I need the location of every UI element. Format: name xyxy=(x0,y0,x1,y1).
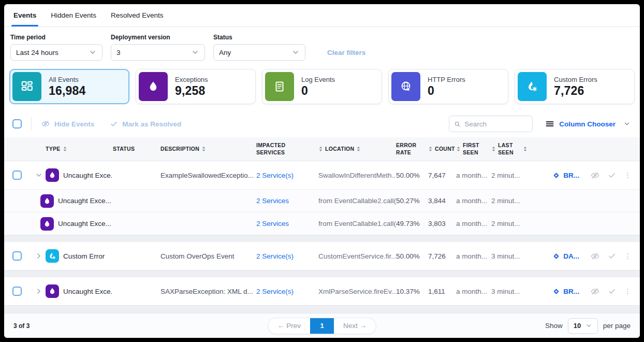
header-first-seen[interactable]: FIRST SEEN xyxy=(456,142,491,155)
sort-icon[interactable] xyxy=(491,146,496,152)
header-status[interactable]: STATUS xyxy=(113,146,160,152)
row-checkbox[interactable] xyxy=(12,251,22,261)
filter-bar: Time period Last 24 hours Deployment ver… xyxy=(4,27,640,68)
header-type[interactable]: TYPE xyxy=(46,146,113,152)
hamburger-icon xyxy=(545,119,554,129)
row-menu-button[interactable] xyxy=(624,172,632,179)
page-size-control: Show 10 per page xyxy=(545,318,631,334)
impacted-services-link[interactable]: 2 Services xyxy=(256,220,318,227)
chevron-right-icon xyxy=(35,287,43,295)
impacted-services-link[interactable]: 2 Service(s) xyxy=(256,288,318,295)
sort-icon[interactable] xyxy=(318,146,323,152)
table-subrow[interactable]: Uncaught Exce... 2 Services from EventCa… xyxy=(4,189,640,212)
mark-as-resolved-label: Mark as Resolved xyxy=(122,120,181,128)
header-impacted-services[interactable]: IMPACTED SERVICES xyxy=(256,142,297,155)
tab-resolved-events[interactable]: Resolved Events xyxy=(111,4,163,26)
prev-page-button[interactable]: ← Prev xyxy=(268,318,310,334)
card-label: Custom Errors xyxy=(554,76,597,83)
search-input[interactable] xyxy=(464,120,528,128)
card-all-events[interactable]: All Events 16,984 xyxy=(9,69,129,104)
impacted-services-link[interactable]: 2 Services xyxy=(256,197,318,205)
description-cell: SAXParseException: XML d... xyxy=(160,288,256,295)
table-row[interactable]: Custom Error Custom OverOps Event 2 Serv… xyxy=(4,242,640,270)
count-cell: 3,844 xyxy=(428,197,456,205)
column-chooser-button[interactable]: Column Chooser xyxy=(545,119,631,129)
deployment-version-select[interactable]: 3 xyxy=(111,44,205,61)
type-cell: Uncaught Exce... xyxy=(12,217,113,231)
header-location[interactable]: LOCATION xyxy=(318,146,396,152)
table-row[interactable]: Uncaught Exce... ExampleSwallowedExcepti… xyxy=(4,161,640,189)
table-subrow[interactable]: Uncaught Exce... 2 Services from EventCa… xyxy=(4,212,640,235)
card-value: 0 xyxy=(428,84,465,98)
status-select[interactable]: Any xyxy=(213,44,305,61)
header-description[interactable]: DESCRIPTION xyxy=(160,146,256,152)
event-group: Uncaught Exce... SAXParseException: XML … xyxy=(4,277,640,306)
row-menu-button[interactable] xyxy=(624,288,632,295)
expand-row-button[interactable] xyxy=(32,287,46,295)
pagination: ← Prev 1 Next → xyxy=(268,318,376,334)
card-label: All Events xyxy=(49,76,86,83)
sort-icon[interactable] xyxy=(63,146,67,152)
jira-ticket-link[interactable]: BR... xyxy=(552,171,579,180)
mark-as-resolved-button[interactable]: Mark as Resolved xyxy=(110,120,181,128)
chevron-down-icon xyxy=(35,171,43,179)
card-label: Exceptions xyxy=(175,76,208,83)
first-seen-cell: a month... xyxy=(456,197,491,205)
chevron-down-icon xyxy=(191,48,199,56)
table-row[interactable]: Uncaught Exce... SAXParseException: XML … xyxy=(4,277,640,305)
card-log-events[interactable]: Log Events 0 xyxy=(262,69,382,104)
page-size-select[interactable]: 10 xyxy=(568,318,598,334)
resolve-event-button[interactable] xyxy=(608,252,616,260)
sort-icon[interactable] xyxy=(428,146,433,152)
header-label: LOCATION xyxy=(325,146,354,152)
impacted-services-link[interactable]: 2 Service(s) xyxy=(256,172,318,179)
sort-icon[interactable] xyxy=(523,146,528,152)
jira-ticket-link[interactable]: BR... xyxy=(552,287,579,296)
deployment-version-label: Deployment version xyxy=(111,34,205,41)
type-label: Uncaught Exce... xyxy=(58,220,111,227)
header-count[interactable]: COUNT xyxy=(428,146,456,152)
location-cell: CustomEventService.fir... xyxy=(318,252,396,260)
header-last-seen[interactable]: LAST SEEN xyxy=(491,142,528,155)
impacted-services-link[interactable]: 2 Service(s) xyxy=(256,252,318,260)
time-period-label: Time period xyxy=(10,34,103,41)
hide-events-button[interactable]: Hide Events xyxy=(41,119,94,129)
resolve-event-button[interactable] xyxy=(608,287,616,295)
tab-events[interactable]: Events xyxy=(13,4,36,26)
select-all-checkbox[interactable] xyxy=(12,119,22,129)
type-label: Custom Error xyxy=(63,252,105,260)
error-rate-cell: 50.27% xyxy=(396,197,428,205)
sort-icon[interactable] xyxy=(201,146,206,152)
card-http-errors[interactable]: HTTP Errors 0 xyxy=(388,69,508,104)
hide-event-button[interactable] xyxy=(590,251,600,261)
clear-filters-button[interactable]: Clear filters xyxy=(327,49,365,56)
tab-hidden-events[interactable]: Hidden Events xyxy=(51,4,96,26)
jira-ticket-link[interactable]: DA... xyxy=(552,252,579,261)
column-chooser-label: Column Chooser xyxy=(559,120,616,128)
resolve-event-button[interactable] xyxy=(608,171,616,179)
hide-event-button[interactable] xyxy=(590,287,600,296)
sort-icon[interactable] xyxy=(356,146,361,152)
expand-row-button[interactable] xyxy=(32,252,46,260)
location-cell: XmlParseService.fireEv... xyxy=(318,288,396,295)
check-icon xyxy=(608,287,616,295)
row-menu-button[interactable] xyxy=(624,252,632,260)
card-exceptions[interactable]: Exceptions 9,258 xyxy=(136,69,256,104)
app-window: Events Hidden Events Resolved Events Tim… xyxy=(4,4,640,338)
row-checkbox[interactable] xyxy=(12,287,22,296)
next-page-button[interactable]: Next → xyxy=(334,318,376,334)
ticket-label: BR... xyxy=(563,172,579,179)
event-group: Uncaught Exce... ExampleSwallowedExcepti… xyxy=(4,161,640,235)
row-checkbox[interactable] xyxy=(12,170,22,180)
card-custom-errors[interactable]: Custom Errors 7,726 xyxy=(515,69,635,104)
time-period-select[interactable]: Last 24 hours xyxy=(10,44,103,61)
header-error-rate[interactable]: ERROR RATE xyxy=(396,142,419,155)
uncaught-exception-icon xyxy=(40,217,54,231)
chevron-right-icon xyxy=(35,252,43,260)
last-seen-cell: 3 minut... xyxy=(491,288,528,295)
sort-icon[interactable] xyxy=(456,146,461,152)
table-toolbar: Hide Events Mark as Resolved Column Choo… xyxy=(4,111,640,137)
hide-event-button[interactable] xyxy=(590,170,600,180)
collapse-row-button[interactable] xyxy=(32,171,46,179)
page-1-button[interactable]: 1 xyxy=(310,318,334,334)
